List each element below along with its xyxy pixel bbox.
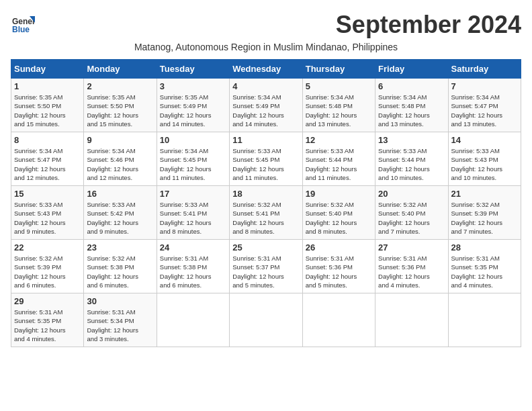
calendar-day-cell: 27Sunrise: 5:31 AM Sunset: 5:36 PM Dayli… bbox=[375, 240, 448, 293]
calendar-day-cell: 21Sunrise: 5:32 AM Sunset: 5:39 PM Dayli… bbox=[448, 186, 521, 240]
day-number: 24 bbox=[160, 242, 226, 253]
calendar-day-cell: 9Sunrise: 5:34 AM Sunset: 5:46 PM Daylig… bbox=[84, 132, 157, 186]
calendar-header-cell: Thursday bbox=[302, 60, 375, 79]
calendar-table: SundayMondayTuesdayWednesdayThursdayFrid… bbox=[11, 59, 521, 347]
calendar-header-cell: Saturday bbox=[448, 60, 521, 79]
day-number: 23 bbox=[87, 242, 153, 253]
day-number: 10 bbox=[160, 135, 226, 145]
calendar-day-cell bbox=[157, 293, 229, 347]
day-info: Sunrise: 5:34 AM Sunset: 5:48 PM Dayligh… bbox=[378, 93, 445, 128]
day-info: Sunrise: 5:31 AM Sunset: 5:36 PM Dayligh… bbox=[306, 254, 372, 289]
calendar-day-cell: 11Sunrise: 5:33 AM Sunset: 5:45 PM Dayli… bbox=[230, 132, 302, 186]
day-number: 11 bbox=[232, 135, 299, 145]
page-header: General Blue September 2024 bbox=[11, 11, 521, 39]
day-info: Sunrise: 5:32 AM Sunset: 5:39 PM Dayligh… bbox=[451, 200, 518, 236]
day-info: Sunrise: 5:35 AM Sunset: 5:50 PM Dayligh… bbox=[87, 93, 153, 128]
day-info: Sunrise: 5:35 AM Sunset: 5:50 PM Dayligh… bbox=[14, 93, 81, 128]
day-number: 25 bbox=[232, 242, 299, 253]
day-info: Sunrise: 5:34 AM Sunset: 5:48 PM Dayligh… bbox=[306, 93, 372, 128]
calendar-day-cell: 7Sunrise: 5:34 AM Sunset: 5:47 PM Daylig… bbox=[448, 79, 521, 132]
calendar-day-cell: 29Sunrise: 5:31 AM Sunset: 5:35 PM Dayli… bbox=[11, 293, 84, 347]
calendar-day-cell bbox=[375, 293, 448, 347]
calendar-day-cell: 26Sunrise: 5:31 AM Sunset: 5:36 PM Dayli… bbox=[302, 240, 375, 293]
day-info: Sunrise: 5:34 AM Sunset: 5:49 PM Dayligh… bbox=[232, 93, 299, 128]
calendar-week-row: 29Sunrise: 5:31 AM Sunset: 5:35 PM Dayli… bbox=[11, 293, 521, 347]
day-number: 2 bbox=[87, 81, 153, 91]
calendar-day-cell: 4Sunrise: 5:34 AM Sunset: 5:49 PM Daylig… bbox=[230, 79, 302, 132]
calendar-subtitle: Matanog, Autonomous Region in Muslim Min… bbox=[11, 42, 521, 52]
day-number: 5 bbox=[306, 81, 372, 91]
day-info: Sunrise: 5:35 AM Sunset: 5:49 PM Dayligh… bbox=[160, 93, 226, 128]
calendar-day-cell bbox=[230, 293, 302, 347]
svg-text:Blue: Blue bbox=[12, 25, 30, 34]
day-info: Sunrise: 5:33 AM Sunset: 5:43 PM Dayligh… bbox=[14, 200, 81, 236]
calendar-week-row: 1Sunrise: 5:35 AM Sunset: 5:50 PM Daylig… bbox=[11, 79, 521, 132]
day-number: 29 bbox=[14, 296, 81, 306]
logo: General Blue bbox=[11, 11, 38, 35]
calendar-header-cell: Sunday bbox=[11, 60, 84, 79]
calendar-day-cell bbox=[448, 293, 521, 347]
calendar-header-cell: Tuesday bbox=[157, 60, 229, 79]
day-info: Sunrise: 5:31 AM Sunset: 5:35 PM Dayligh… bbox=[451, 254, 518, 289]
calendar-day-cell: 23Sunrise: 5:32 AM Sunset: 5:38 PM Dayli… bbox=[84, 240, 157, 293]
day-info: Sunrise: 5:34 AM Sunset: 5:45 PM Dayligh… bbox=[160, 146, 226, 182]
calendar-day-cell: 15Sunrise: 5:33 AM Sunset: 5:43 PM Dayli… bbox=[11, 186, 84, 240]
day-number: 9 bbox=[87, 135, 153, 145]
calendar-day-cell: 30Sunrise: 5:31 AM Sunset: 5:34 PM Dayli… bbox=[84, 293, 157, 347]
day-info: Sunrise: 5:33 AM Sunset: 5:41 PM Dayligh… bbox=[160, 200, 226, 236]
calendar-day-cell bbox=[302, 293, 375, 347]
day-info: Sunrise: 5:33 AM Sunset: 5:44 PM Dayligh… bbox=[378, 146, 445, 182]
calendar-header-row: SundayMondayTuesdayWednesdayThursdayFrid… bbox=[11, 60, 521, 79]
day-info: Sunrise: 5:31 AM Sunset: 5:38 PM Dayligh… bbox=[160, 254, 226, 289]
calendar-day-cell: 24Sunrise: 5:31 AM Sunset: 5:38 PM Dayli… bbox=[157, 240, 229, 293]
day-number: 16 bbox=[87, 189, 153, 199]
day-number: 8 bbox=[14, 135, 81, 145]
calendar-week-row: 22Sunrise: 5:32 AM Sunset: 5:39 PM Dayli… bbox=[11, 240, 521, 293]
day-number: 21 bbox=[451, 189, 518, 199]
day-info: Sunrise: 5:32 AM Sunset: 5:39 PM Dayligh… bbox=[14, 254, 81, 289]
day-info: Sunrise: 5:31 AM Sunset: 5:37 PM Dayligh… bbox=[232, 254, 299, 289]
day-number: 17 bbox=[160, 189, 226, 199]
day-number: 15 bbox=[14, 189, 81, 199]
calendar-day-cell: 28Sunrise: 5:31 AM Sunset: 5:35 PM Dayli… bbox=[448, 240, 521, 293]
day-number: 6 bbox=[378, 81, 445, 91]
calendar-day-cell: 12Sunrise: 5:33 AM Sunset: 5:44 PM Dayli… bbox=[302, 132, 375, 186]
day-number: 18 bbox=[232, 189, 299, 199]
day-info: Sunrise: 5:32 AM Sunset: 5:40 PM Dayligh… bbox=[306, 200, 372, 236]
day-number: 30 bbox=[87, 296, 153, 306]
calendar-day-cell: 16Sunrise: 5:33 AM Sunset: 5:42 PM Dayli… bbox=[84, 186, 157, 240]
day-info: Sunrise: 5:31 AM Sunset: 5:35 PM Dayligh… bbox=[14, 308, 81, 343]
day-number: 12 bbox=[306, 135, 372, 145]
day-number: 20 bbox=[378, 189, 445, 199]
day-number: 3 bbox=[160, 81, 226, 91]
day-info: Sunrise: 5:31 AM Sunset: 5:36 PM Dayligh… bbox=[378, 254, 445, 289]
logo-icon: General Blue bbox=[11, 11, 35, 35]
calendar-header-cell: Monday bbox=[84, 60, 157, 79]
day-number: 28 bbox=[451, 242, 518, 253]
day-number: 14 bbox=[451, 135, 518, 145]
day-number: 26 bbox=[306, 242, 372, 253]
day-number: 27 bbox=[378, 242, 445, 253]
month-title: September 2024 bbox=[336, 11, 521, 39]
day-info: Sunrise: 5:34 AM Sunset: 5:47 PM Dayligh… bbox=[14, 146, 81, 182]
calendar-day-cell: 8Sunrise: 5:34 AM Sunset: 5:47 PM Daylig… bbox=[11, 132, 84, 186]
calendar-week-row: 15Sunrise: 5:33 AM Sunset: 5:43 PM Dayli… bbox=[11, 186, 521, 240]
calendar-day-cell: 13Sunrise: 5:33 AM Sunset: 5:44 PM Dayli… bbox=[375, 132, 448, 186]
day-info: Sunrise: 5:33 AM Sunset: 5:45 PM Dayligh… bbox=[232, 146, 299, 182]
calendar-day-cell: 5Sunrise: 5:34 AM Sunset: 5:48 PM Daylig… bbox=[302, 79, 375, 132]
calendar-header-cell: Wednesday bbox=[230, 60, 302, 79]
calendar-header-cell: Friday bbox=[375, 60, 448, 79]
day-info: Sunrise: 5:31 AM Sunset: 5:34 PM Dayligh… bbox=[87, 308, 153, 343]
calendar-day-cell: 14Sunrise: 5:33 AM Sunset: 5:43 PM Dayli… bbox=[448, 132, 521, 186]
day-number: 4 bbox=[232, 81, 299, 91]
day-number: 7 bbox=[451, 81, 518, 91]
calendar-day-cell: 22Sunrise: 5:32 AM Sunset: 5:39 PM Dayli… bbox=[11, 240, 84, 293]
calendar-day-cell: 10Sunrise: 5:34 AM Sunset: 5:45 PM Dayli… bbox=[157, 132, 229, 186]
day-number: 1 bbox=[14, 81, 81, 91]
calendar-body: 1Sunrise: 5:35 AM Sunset: 5:50 PM Daylig… bbox=[11, 79, 521, 347]
day-info: Sunrise: 5:32 AM Sunset: 5:38 PM Dayligh… bbox=[87, 254, 153, 289]
day-info: Sunrise: 5:33 AM Sunset: 5:44 PM Dayligh… bbox=[306, 146, 372, 182]
day-info: Sunrise: 5:33 AM Sunset: 5:43 PM Dayligh… bbox=[451, 146, 518, 182]
calendar-day-cell: 20Sunrise: 5:32 AM Sunset: 5:40 PM Dayli… bbox=[375, 186, 448, 240]
calendar-day-cell: 6Sunrise: 5:34 AM Sunset: 5:48 PM Daylig… bbox=[375, 79, 448, 132]
